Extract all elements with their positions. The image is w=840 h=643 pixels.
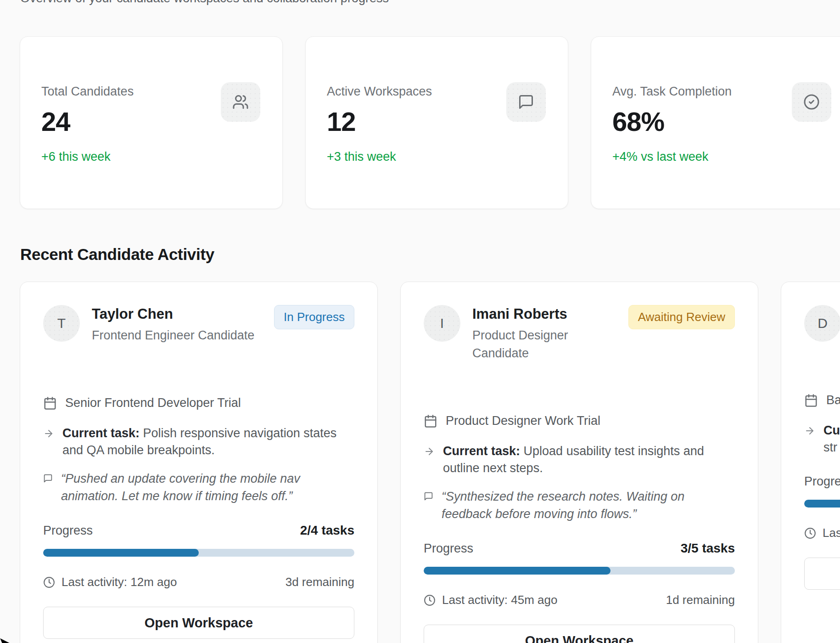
trial-row: Senior Frontend Developer Trial [43, 396, 354, 410]
stat-delta: +6 this week [41, 150, 261, 164]
open-workspace-button[interactable] [804, 558, 840, 590]
circle-check-icon [792, 82, 831, 122]
current-task-text: Custr [823, 422, 840, 456]
stat-delta: +3 this week [327, 150, 547, 164]
candidate-name: Taylor Chen [92, 306, 262, 322]
candidate-card: I Imani Roberts Product Designer Candida… [400, 282, 758, 643]
progress-header: Progress 2/4 tasks [43, 523, 354, 538]
current-task-label: Cu [823, 423, 840, 437]
comment-row: “Pushed an update covering the mobile na… [43, 470, 354, 505]
arrow-right-icon [43, 425, 54, 459]
message-square-icon [506, 82, 546, 122]
open-workspace-button[interactable]: Open Workspace [424, 625, 735, 643]
progress-label: Progre [804, 474, 840, 489]
candidate-role: Frontend Engineer Candidate [92, 327, 262, 344]
trial-row: Product Designer Work Trial [424, 414, 735, 428]
trial-name: Ba [826, 393, 840, 407]
current-task-text: Current task: Polish responsive navigati… [62, 425, 354, 459]
candidate-header: I Imani Roberts Product Designer Candida… [424, 305, 735, 362]
candidate-header: D [804, 305, 840, 342]
tasks-count: 3/5 tasks [681, 541, 735, 556]
candidate-identity: Imani Roberts Product Designer Candidate [472, 305, 616, 362]
comment-row: “Synthesized the research notes. Waiting… [424, 488, 735, 523]
current-task-desc: str [823, 439, 840, 456]
activity-row: Last activity: 12m ago 3d remaining [43, 575, 354, 589]
current-task-text: Current task: Upload usability test insi… [443, 443, 735, 477]
status-badge: In Progress [274, 305, 354, 329]
avatar: T [43, 305, 80, 342]
current-task-row: Current task: Upload usability test insi… [424, 443, 735, 477]
mouse-cursor-icon [0, 637, 14, 643]
current-task-row: Current task: Polish responsive navigati… [43, 425, 354, 459]
candidate-name: Imani Roberts [472, 306, 616, 322]
time-remaining: 1d remaining [666, 593, 735, 607]
comment-bubble-icon [43, 470, 53, 505]
comment-bubble-icon [424, 488, 433, 523]
calendar-icon [43, 396, 57, 410]
progress-bar [43, 549, 354, 557]
stat-card-active-workspaces: Active Workspaces 12 +3 this week [305, 36, 568, 209]
dashboard-page: { "header": { "clipped_subtitle": "Overv… [0, 0, 840, 643]
last-activity-text: Last activity: 45m ago [442, 593, 557, 607]
avatar: D [804, 305, 840, 342]
candidate-identity: Taylor Chen Frontend Engineer Candidate [92, 305, 262, 344]
progress-bar [804, 500, 840, 508]
trial-name: Senior Frontend Developer Trial [65, 396, 241, 410]
section-title: Recent Candidate Activity [20, 245, 214, 264]
candidate-cards-row: T Taylor Chen Frontend Engineer Candidat… [20, 282, 840, 643]
last-activity-text: Las [823, 526, 840, 540]
candidate-card: T Taylor Chen Frontend Engineer Candidat… [20, 282, 378, 643]
page-subtitle-clipped: Overview of your candidate workspaces an… [20, 0, 389, 6]
stat-delta: +4% vs last week [612, 150, 832, 164]
candidate-card-clipped: D Ba Custr Progre [781, 282, 840, 643]
trial-row: Ba [804, 393, 840, 407]
arrow-right-icon [804, 422, 815, 456]
calendar-icon [804, 394, 818, 407]
avatar: I [424, 305, 460, 342]
stat-card-total-candidates: Total Candidates 24 +6 this week [20, 36, 283, 209]
progress-label: Progress [43, 524, 93, 538]
progress-header: Progre [804, 474, 840, 489]
comment-text: “Pushed an update covering the mobile na… [61, 470, 354, 505]
last-activity: Las [804, 526, 840, 540]
comment-text: “Synthesized the research notes. Waiting… [442, 488, 735, 523]
last-activity: Last activity: 45m ago [424, 593, 557, 607]
progress-label: Progress [424, 541, 473, 556]
calendar-icon [424, 414, 437, 428]
progress-bar-fill [43, 549, 199, 557]
progress-bar [424, 567, 735, 575]
clock-icon [43, 576, 55, 588]
progress-bar-fill [424, 567, 610, 575]
current-task-label: Current task: [62, 426, 140, 440]
activity-row: Las [804, 526, 840, 540]
status-badge: Awaiting Review [628, 305, 735, 329]
stats-row: Total Candidates 24 +6 this week Active … [20, 36, 840, 209]
open-workspace-button[interactable]: Open Workspace [43, 607, 354, 639]
candidate-header: T Taylor Chen Frontend Engineer Candidat… [43, 305, 354, 344]
tasks-count: 2/4 tasks [300, 523, 354, 538]
last-activity-text: Last activity: 12m ago [62, 575, 177, 589]
current-task-label: Current task: [443, 444, 520, 458]
trial-name: Product Designer Work Trial [446, 414, 600, 428]
stat-card-avg-task-completion: Avg. Task Completion 68% +4% vs last wee… [591, 36, 840, 209]
time-remaining: 3d remaining [286, 575, 354, 589]
progress-bar-fill [804, 500, 840, 508]
candidate-role: Product Designer Candidate [472, 327, 616, 362]
users-icon [221, 82, 260, 122]
current-task-row: Custr [804, 422, 840, 456]
progress-header: Progress 3/5 tasks [424, 541, 735, 556]
activity-row: Last activity: 45m ago 1d remaining [424, 593, 735, 607]
arrow-right-icon [424, 443, 435, 477]
clock-icon [424, 594, 436, 606]
clock-icon [804, 527, 816, 539]
last-activity: Last activity: 12m ago [43, 575, 177, 589]
